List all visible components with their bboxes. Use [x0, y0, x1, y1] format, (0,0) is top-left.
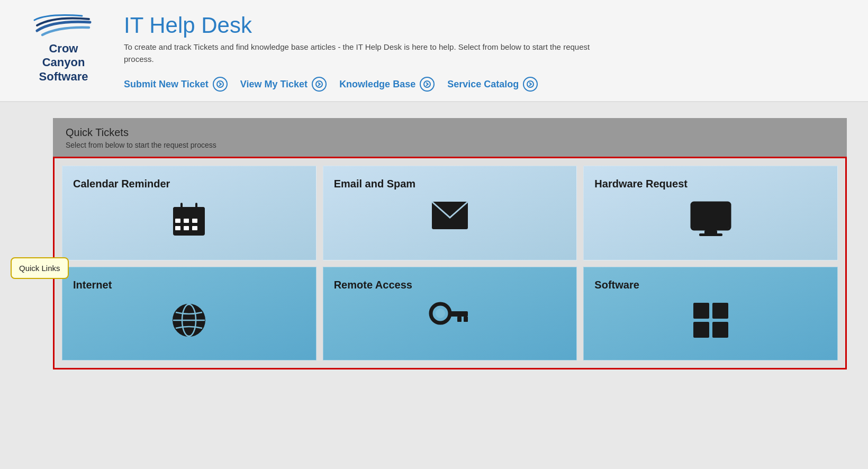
svg-rect-8: [184, 219, 189, 223]
svg-rect-34: [712, 322, 728, 338]
knowledge-base-arrow-icon: [420, 77, 435, 92]
submit-ticket-label: Submit New Ticket: [124, 79, 209, 90]
svg-point-3: [527, 81, 534, 87]
header: CrowCanyonSoftware IT Help Desk To creat…: [0, 0, 868, 102]
ticket-card-hardware-request[interactable]: Hardware Request: [583, 166, 838, 260]
submit-ticket-arrow-icon: [213, 77, 228, 92]
quick-tickets-subtitle: Select from below to start the request p…: [66, 141, 834, 149]
svg-rect-28: [449, 311, 468, 317]
calendar-reminder-title: Calendar Reminder: [73, 178, 170, 190]
hardware-request-title: Hardware Request: [594, 178, 688, 190]
svg-rect-32: [712, 303, 728, 319]
page-title: IT Help Desk: [124, 13, 852, 38]
globe-icon: [73, 302, 305, 345]
calendar-icon: [73, 201, 305, 245]
ticket-card-software[interactable]: Software: [583, 267, 838, 360]
svg-rect-21: [699, 233, 722, 236]
svg-point-27: [436, 309, 445, 318]
nav-view-ticket[interactable]: View My Ticket: [240, 77, 327, 92]
key-icon: [334, 302, 566, 342]
knowledge-base-label: Knowledge Base: [339, 79, 415, 90]
software-title: Software: [594, 279, 639, 291]
nav-knowledge-base[interactable]: Knowledge Base: [339, 77, 435, 92]
ticket-card-internet[interactable]: Internet: [62, 267, 317, 360]
view-ticket-label: View My Ticket: [240, 79, 308, 90]
email-icon: [334, 201, 566, 237]
windows-icon: [594, 302, 827, 345]
service-catalog-arrow-icon: [523, 77, 538, 92]
internet-title: Internet: [73, 279, 112, 291]
svg-point-1: [316, 81, 322, 87]
svg-rect-6: [173, 211, 205, 215]
svg-rect-12: [184, 226, 189, 230]
quick-tickets-header: Quick Tickets Select from below to start…: [53, 118, 847, 157]
svg-rect-33: [693, 322, 709, 338]
quick-tickets-title: Quick Tickets: [66, 127, 834, 139]
remote-access-title: Remote Access: [334, 279, 412, 291]
ticket-card-remote-access[interactable]: Remote Access: [323, 267, 577, 360]
crow-canyon-logo-icon: [32, 11, 95, 40]
svg-rect-9: [192, 219, 197, 223]
service-catalog-label: Service Catalog: [447, 79, 519, 90]
svg-rect-30: [464, 317, 468, 322]
nav-service-catalog[interactable]: Service Catalog: [447, 77, 538, 92]
logo-area: CrowCanyonSoftware: [16, 11, 111, 84]
nav-submit-ticket[interactable]: Submit New Ticket: [124, 77, 228, 92]
tickets-grid: Calendar Reminder: [62, 166, 838, 360]
monitor-icon: [594, 201, 827, 245]
svg-point-2: [424, 81, 430, 87]
svg-point-0: [217, 81, 223, 87]
svg-rect-19: [693, 204, 729, 228]
svg-rect-7: [175, 219, 180, 223]
ticket-card-calendar-reminder[interactable]: Calendar Reminder: [62, 166, 317, 260]
nav-links: Submit New Ticket View My Ticket Knowled…: [124, 77, 852, 92]
quick-links-label: Quick Links: [11, 257, 69, 279]
view-ticket-arrow-icon: [312, 77, 327, 92]
quick-tickets-grid-wrapper: Calendar Reminder: [53, 157, 847, 369]
svg-rect-13: [192, 226, 197, 230]
main-content: Quick Links Quick Tickets Select from be…: [0, 102, 868, 391]
header-content: IT Help Desk To create and track Tickets…: [124, 11, 852, 92]
svg-rect-29: [457, 317, 462, 322]
header-description: To create and track Tickets and find kno…: [124, 41, 600, 65]
svg-rect-31: [693, 303, 709, 319]
logo-text: CrowCanyonSoftware: [39, 42, 88, 84]
email-spam-title: Email and Spam: [334, 178, 416, 190]
ticket-card-email-spam[interactable]: Email and Spam: [323, 166, 577, 260]
svg-rect-11: [175, 226, 180, 230]
